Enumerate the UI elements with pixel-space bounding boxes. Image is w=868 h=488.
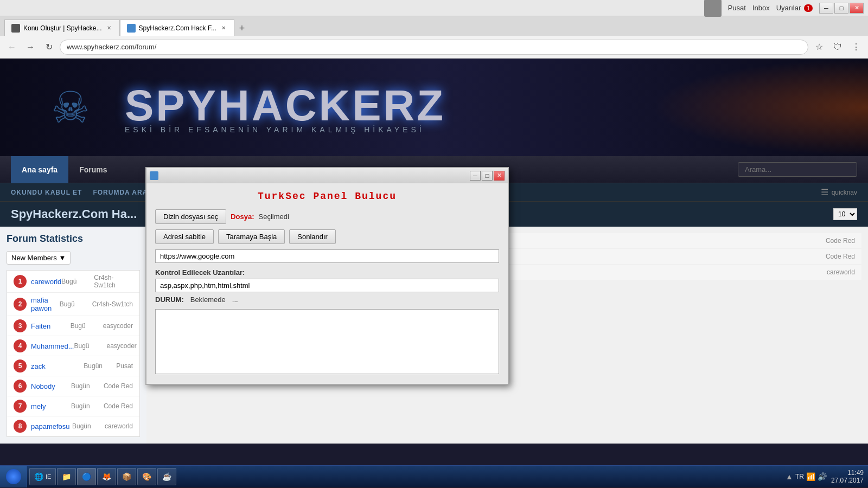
status-dots: ... (232, 296, 238, 304)
nav-home[interactable]: Ana sayfa (11, 156, 68, 183)
member-row: 3 Faiten Bugü easycoder (7, 316, 139, 336)
rank-badge: 5 (14, 359, 27, 373)
stop-button[interactable]: Sonlandır (289, 229, 336, 244)
dialog-minimize-button[interactable]: ─ (470, 171, 481, 181)
sys-tray: ▲ TR 📶 🔊 (786, 472, 827, 481)
rank-badge: 2 (14, 298, 27, 311)
taskbar-chrome[interactable]: 🔵 (77, 468, 96, 485)
post-author: Code Red (826, 253, 855, 260)
refresh-button[interactable]: ↻ (41, 40, 56, 55)
taskbar-paint[interactable]: 🎨 (137, 468, 156, 485)
address-bar[interactable]: www.spyhackerz.com/forum/ (60, 40, 808, 55)
firefox-icon: 🦊 (102, 472, 111, 481)
taskbar-explorer[interactable]: 📁 (57, 468, 76, 485)
member-date: Bugü (60, 300, 92, 308)
member-name[interactable]: mafia pawon (31, 296, 60, 312)
taskbar-winrar[interactable]: 📦 (117, 468, 136, 485)
member-ref: careworld (105, 422, 133, 430)
menu-button[interactable]: ⋮ (848, 40, 864, 55)
member-ref: Cr4sh-Sw1tch (92, 300, 133, 308)
taskbar: 🌐 IE 📁 🔵 🦊 📦 🎨 ☕ ▲ (0, 465, 868, 487)
output-area[interactable] (155, 309, 499, 374)
network-icon: 📶 (806, 472, 815, 481)
nav-forums[interactable]: Forums (68, 156, 118, 183)
ie-icon: 🌐 (34, 472, 43, 481)
taskbar-firefox[interactable]: 🦊 (97, 468, 116, 485)
dialog-titlebar: ─ □ ✕ (146, 168, 508, 183)
quicknav-area: ☰ quicknav (821, 187, 857, 197)
new-tab-button[interactable]: + (234, 21, 250, 36)
member-ref: Code Red (104, 382, 133, 390)
forum-stats-title: Forum Statistics (7, 233, 140, 245)
alert-badge: 1 (804, 4, 813, 12)
mark-read-link[interactable]: OKUNDU KABUL ET (11, 189, 82, 196)
forward-button[interactable]: → (23, 40, 38, 55)
member-list: 1 careworld Bugü Cr4sh-Sw1tch 2 mafia pa… (7, 270, 140, 437)
taskbar-java[interactable]: ☕ (157, 468, 176, 485)
quicknav-icon: ☰ (821, 187, 828, 197)
member-date: Bugün (84, 362, 116, 370)
dialog-maximize-button[interactable]: □ (482, 171, 493, 181)
rank-badge: 4 (14, 339, 27, 352)
member-name[interactable]: Muhammed... (31, 342, 74, 350)
member-name[interactable]: Faiten (31, 322, 71, 330)
chrome-icon: 🔵 (82, 472, 91, 481)
taskbar-right: ▲ TR 📶 🔊 11:49 27.07.2017 (781, 469, 868, 484)
start-scan-button[interactable]: Taramaya Başla (218, 229, 285, 244)
taskbar-clock: 11:49 27.07.2017 (831, 469, 864, 484)
member-ref: Pusat (116, 362, 133, 370)
back-button[interactable]: ← (4, 40, 20, 55)
inbox-link[interactable]: Inbox (752, 4, 770, 12)
tab-favicon-2 (127, 24, 136, 33)
taskbar-items: 🌐 IE 📁 🔵 🦊 📦 🎨 ☕ (27, 468, 178, 485)
member-name[interactable]: mely (31, 402, 71, 410)
volume-icon: 🔊 (818, 472, 827, 481)
maximize-button[interactable]: □ (834, 3, 848, 14)
pagination-select[interactable]: 10 20 50 (833, 208, 857, 220)
tab-favicon-1 (11, 24, 20, 33)
extensions-input[interactable] (155, 279, 499, 292)
member-name[interactable]: zack (31, 362, 84, 370)
tab-close-1[interactable]: ✕ (105, 24, 113, 32)
search-input[interactable] (738, 162, 857, 177)
member-row: 5 zack Bugün Pusat (7, 356, 139, 376)
site-subtitle: ESKİ BİR EFSANENİN YARIM KALMIŞ HİKAYESİ (125, 125, 445, 134)
user-avatar (704, 0, 722, 17)
member-row: 8 papamefosu Bugün careworld (7, 416, 139, 436)
members-dropdown[interactable]: New Members ▼ (7, 251, 71, 265)
member-name[interactable]: careworld (31, 278, 61, 286)
language-indicator: TR (795, 473, 804, 480)
rank-badge: 6 (14, 380, 27, 393)
bookmark-button[interactable]: ☆ (812, 40, 827, 55)
rank-badge: 3 (14, 319, 27, 332)
status-value: Beklemede (190, 296, 226, 304)
site-title: SPYHACKERZ (125, 81, 445, 131)
member-ref: easycoder (106, 342, 136, 350)
member-ref: easycoder (103, 322, 133, 330)
post-author: careworld (827, 268, 855, 276)
tab-1[interactable]: Konu Oluştur | SpyHacke... ✕ (4, 20, 120, 36)
pusat-link[interactable]: Pusat (728, 4, 746, 12)
start-button[interactable] (0, 466, 27, 487)
member-name[interactable]: Nobody (31, 382, 71, 390)
tab-2[interactable]: SpyHackerz.Com Hack F... ✕ (120, 20, 234, 36)
dialog-close-button[interactable]: ✕ (494, 171, 505, 181)
tab-close-2[interactable]: ✕ (220, 24, 227, 32)
choose-file-button[interactable]: Dizin dosyası seç (155, 209, 226, 224)
shield-button[interactable]: 🛡 (830, 40, 845, 55)
fix-address-button[interactable]: Adresi sabitle (155, 229, 214, 244)
winrar-icon: 📦 (122, 472, 131, 481)
member-row: 6 Nobody Bugün Code Red (7, 376, 139, 396)
turksec-dialog: ─ □ ✕ TurkSec Panel Bulucu Dizin dosyası… (145, 167, 509, 385)
page-title: SpyHackerz.Com Ha... (11, 207, 137, 221)
minimize-button[interactable]: ─ (819, 3, 833, 14)
url-input[interactable] (155, 249, 499, 263)
taskbar-ie[interactable]: 🌐 IE (29, 468, 56, 485)
close-button[interactable]: ✕ (850, 3, 864, 14)
post-author: Code Red (826, 237, 855, 245)
expand-tray-icon[interactable]: ▲ (786, 472, 793, 481)
member-name[interactable]: papamefosu (31, 422, 72, 431)
forum-search-link[interactable]: FORUMDA ARA (93, 189, 148, 196)
quicknav-label[interactable]: quicknav (832, 189, 857, 196)
alerts-link[interactable]: Uyarılar 1 (776, 4, 813, 12)
